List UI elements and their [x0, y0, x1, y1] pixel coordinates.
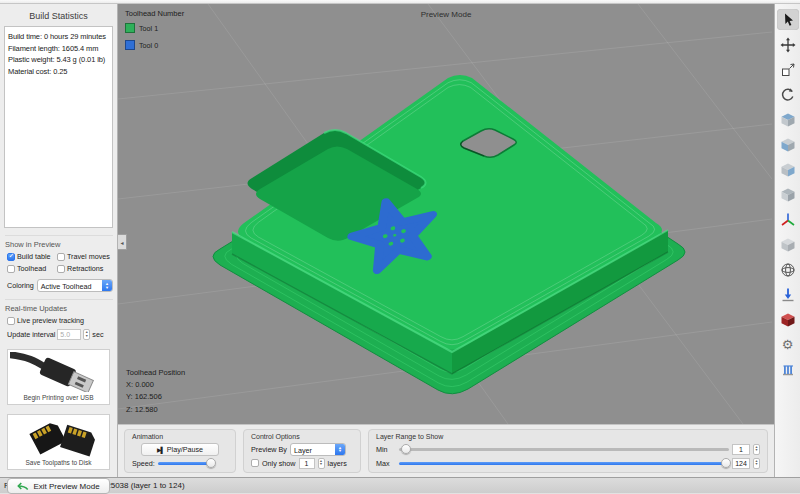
preview-by-select[interactable]: Layer ▲▼	[290, 443, 346, 456]
toolhead-checkbox[interactable]	[7, 265, 15, 273]
coloring-select[interactable]: Active Toolhead ▲▼	[37, 279, 113, 292]
view-top-cube-icon[interactable]	[777, 184, 799, 205]
wireframe-sphere-icon[interactable]	[777, 259, 799, 280]
update-interval-unit: sec	[92, 330, 103, 339]
layer-range-group: Layer Range to Show Min ▲▼ Max ▲▼	[368, 429, 768, 473]
min-layer-stepper[interactable]: ▲▼	[753, 444, 760, 455]
tool1-label: Tool 1	[139, 24, 158, 33]
preview-control-bar: Animation ▶▌ Play/Pause Speed: Control O…	[118, 424, 774, 477]
view-front-cube-icon[interactable]	[777, 134, 799, 155]
live-preview-checkbox[interactable]	[7, 317, 15, 325]
play-pause-icon: ▶▌	[157, 446, 164, 453]
begin-printing-usb-button[interactable]: Begin Printing over USB	[7, 349, 110, 405]
toolhead-position-title: Toolhead Position	[126, 367, 185, 379]
max-layer-slider[interactable]	[399, 462, 729, 465]
view-toolbar: ⚙	[774, 4, 800, 477]
only-show-checkbox[interactable]	[251, 459, 259, 467]
checkbox-travel-moves[interactable]: Travel moves	[57, 252, 115, 261]
gear-icon[interactable]: ⚙	[777, 334, 799, 355]
update-interval-input[interactable]	[57, 329, 81, 340]
speed-slider-knob[interactable]	[206, 458, 216, 468]
min-label: Min	[376, 445, 396, 454]
status-bar: Previewing file from line 1 to 25038 (la…	[0, 477, 800, 493]
move-icon[interactable]	[777, 34, 799, 55]
max-slider-knob[interactable]	[721, 458, 731, 468]
travel-moves-checkbox[interactable]	[57, 253, 65, 261]
build-table-label: Build table	[17, 252, 51, 261]
supports-icon[interactable]	[777, 359, 799, 380]
update-interval-stepper[interactable]: ▲▼	[83, 329, 90, 340]
drop-model-icon[interactable]	[777, 284, 799, 305]
min-layer-input[interactable]	[732, 444, 750, 455]
max-label: Max	[376, 459, 396, 468]
rotate-icon[interactable]	[777, 84, 799, 105]
cursor-icon[interactable]	[777, 9, 799, 30]
only-show-stepper[interactable]: ▲▼	[318, 458, 325, 469]
animation-group-title: Animation	[132, 433, 163, 440]
max-layer-stepper[interactable]: ▲▼	[753, 458, 760, 469]
3d-viewport[interactable]: Toolhead Number Tool 1 Tool 0 Preview Mo…	[118, 4, 774, 424]
coloring-label: Coloring	[7, 281, 34, 290]
stat-filament-length: Filament length: 1605.4 mm	[8, 43, 109, 55]
retractions-checkbox[interactable]	[57, 265, 65, 273]
control-options-title: Control Options	[251, 433, 300, 440]
usb-plug-photo	[10, 352, 107, 392]
realtime-updates-label: Real-time Updates	[5, 299, 113, 313]
travel-moves-label: Travel moves	[67, 252, 110, 261]
min-layer-slider[interactable]	[399, 448, 729, 451]
toolhead-z: Z: 12.580	[126, 404, 185, 416]
show-in-preview-label: Show in Preview	[5, 235, 113, 249]
save-toolpaths-button[interactable]: Save Toolpaths to Disk	[7, 414, 110, 470]
select-arrows-icon: ▲▼	[335, 444, 345, 455]
only-show-label: Only show	[262, 459, 296, 468]
build-statistics-panel: Build Statistics Build time: 0 hours 29 …	[0, 4, 118, 477]
tool0-label: Tool 0	[139, 41, 158, 50]
checkbox-retractions[interactable]: Retractions	[57, 264, 115, 273]
model-cube-icon[interactable]	[777, 234, 799, 255]
panel-title: Build Statistics	[4, 8, 113, 26]
checkbox-toolhead[interactable]: Toolhead	[7, 264, 57, 273]
play-pause-label: Play/Pause	[167, 445, 203, 454]
stat-plastic-weight: Plastic weight: 5.43 g (0.01 lb)	[8, 54, 109, 66]
layer-range-title: Layer Range to Show	[376, 433, 443, 440]
min-slider-knob[interactable]	[401, 444, 411, 454]
scale-icon[interactable]	[777, 59, 799, 80]
build-table-checkbox[interactable]	[7, 253, 15, 261]
stat-build-time: Build time: 0 hours 29 minutes	[8, 31, 109, 43]
checkbox-build-table[interactable]: Build table	[7, 252, 57, 261]
coloring-value: Active Toolhead	[38, 280, 102, 291]
sd-card-photo	[10, 417, 107, 457]
max-layer-input[interactable]	[732, 458, 750, 469]
axes-icon[interactable]	[777, 209, 799, 230]
toolhead-position-readout: Toolhead Position X: 0.000 Y: 162.506 Z:…	[126, 367, 185, 417]
tool0-color-swatch	[125, 40, 135, 50]
select-arrows-icon: ▲▼	[102, 280, 112, 291]
speed-slider[interactable]	[158, 462, 212, 465]
toolhead-x: X: 0.000	[126, 379, 185, 391]
speed-label: Speed:	[132, 459, 155, 468]
retractions-label: Retractions	[67, 264, 103, 273]
view-iso-cube-icon[interactable]	[777, 109, 799, 130]
preview-by-value: Layer	[291, 444, 335, 455]
only-show-input[interactable]	[299, 458, 315, 469]
exit-preview-mode-button[interactable]: Exit Preview Mode	[7, 478, 110, 494]
3d-model-canvas	[118, 4, 772, 424]
layers-label: layers	[328, 459, 347, 468]
usb-caption: Begin Printing over USB	[10, 392, 107, 402]
back-arrow-icon	[17, 482, 29, 491]
view-side-cube-icon[interactable]	[777, 159, 799, 180]
toolhead-y: Y: 162.506	[126, 391, 185, 403]
play-pause-button[interactable]: ▶▌ Play/Pause	[141, 443, 219, 456]
stat-material-cost: Material cost: 0.25	[8, 66, 109, 78]
control-options-group: Control Options Preview By Layer ▲▼ Only…	[243, 429, 361, 473]
build-stats-box: Build time: 0 hours 29 minutes Filament …	[4, 26, 113, 228]
preview-mode-label: Preview Mode	[118, 10, 774, 19]
panel-collapse-handle[interactable]: ◂	[118, 234, 127, 250]
cross-section-icon[interactable]	[777, 309, 799, 330]
update-interval-label: Update interval	[7, 330, 55, 339]
sd-caption: Save Toolpaths to Disk	[10, 457, 107, 467]
animation-group: Animation ▶▌ Play/Pause Speed:	[124, 429, 236, 473]
live-preview-label: Live preview tracking	[17, 316, 84, 325]
checkbox-live-preview[interactable]: Live preview tracking	[7, 316, 113, 325]
toolhead-label: Toolhead	[17, 264, 46, 273]
